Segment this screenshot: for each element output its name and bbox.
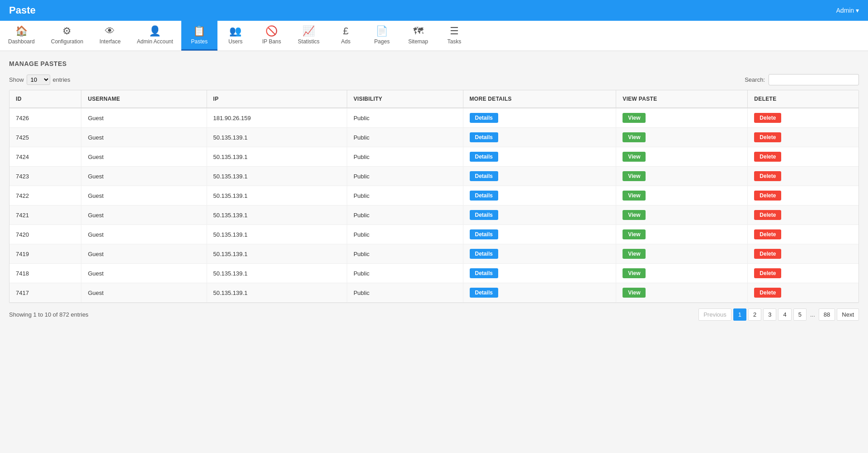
details-button[interactable]: Details — [470, 288, 498, 298]
nav-item-pages[interactable]: 📄Pages — [364, 21, 400, 51]
nav-item-interface[interactable]: 👁Interface — [91, 21, 129, 51]
nav-label-tasks: Tasks — [448, 38, 462, 45]
delete-button[interactable]: Delete — [754, 210, 781, 220]
view-button[interactable]: View — [623, 249, 646, 259]
table-row: 7419Guest50.135.139.1PublicDetailsViewDe… — [9, 244, 859, 264]
col-username: USERNAME — [81, 90, 207, 108]
cell-details: Details — [463, 167, 616, 186]
details-button[interactable]: Details — [470, 229, 498, 239]
delete-button[interactable]: Delete — [754, 132, 781, 142]
delete-button[interactable]: Delete — [754, 113, 781, 123]
cell-ip: 181.90.26.159 — [207, 108, 347, 128]
details-button[interactable]: Details — [470, 132, 498, 142]
cell-id: 7426 — [9, 108, 81, 128]
nav-label-ads: Ads — [341, 38, 351, 45]
view-button[interactable]: View — [623, 152, 646, 162]
nav-item-tasks[interactable]: ☰Tasks — [436, 21, 472, 51]
cell-visibility: Public — [347, 128, 463, 147]
delete-button[interactable]: Delete — [754, 171, 781, 181]
delete-button[interactable]: Delete — [754, 229, 781, 239]
nav-item-statistics[interactable]: 📈Statistics — [290, 21, 328, 51]
nav-icon-ads: £ — [343, 25, 349, 37]
view-button[interactable]: View — [623, 132, 646, 142]
cell-delete: Delete — [748, 205, 859, 225]
entries-label: entries — [53, 76, 71, 83]
pagination-previous[interactable]: Previous — [698, 308, 731, 321]
delete-button[interactable]: Delete — [754, 191, 781, 201]
nav-label-admin-account: Admin Account — [137, 38, 173, 45]
table-row: 7421Guest50.135.139.1PublicDetailsViewDe… — [9, 205, 859, 225]
cell-username: Guest — [81, 186, 207, 205]
nav-item-dashboard[interactable]: 🏠Dashboard — [0, 21, 43, 51]
view-button[interactable]: View — [623, 288, 646, 298]
cell-ip: 50.135.139.1 — [207, 244, 347, 264]
cell-username: Guest — [81, 244, 207, 264]
admin-menu[interactable]: Admin — [836, 7, 859, 14]
nav-label-dashboard: Dashboard — [8, 38, 35, 45]
pagination-page-1[interactable]: 1 — [733, 308, 746, 321]
entries-select[interactable]: 102550100 — [27, 75, 50, 85]
cell-ip: 50.135.139.1 — [207, 128, 347, 147]
view-button[interactable]: View — [623, 229, 646, 239]
search-input[interactable] — [769, 74, 859, 85]
pagination: Previous12345...88Next — [698, 308, 859, 321]
cell-details: Details — [463, 108, 616, 128]
cell-id: 7423 — [9, 167, 81, 186]
details-button[interactable]: Details — [470, 171, 498, 181]
cell-ip: 50.135.139.1 — [207, 264, 347, 283]
pagination-page-4[interactable]: 4 — [778, 308, 791, 321]
nav-icon-pages: 📄 — [376, 25, 388, 37]
show-label: Show — [9, 76, 24, 83]
delete-button[interactable]: Delete — [754, 249, 781, 259]
view-button[interactable]: View — [623, 268, 646, 278]
pagination-page-2[interactable]: 2 — [748, 308, 761, 321]
view-button[interactable]: View — [623, 191, 646, 201]
view-button[interactable]: View — [623, 210, 646, 220]
nav-item-admin-account[interactable]: 👤Admin Account — [129, 21, 181, 51]
details-button[interactable]: Details — [470, 152, 498, 162]
delete-button[interactable]: Delete — [754, 152, 781, 162]
search-box: Search: — [745, 74, 859, 85]
table-row: 7418Guest50.135.139.1PublicDetailsViewDe… — [9, 264, 859, 283]
cell-details: Details — [463, 205, 616, 225]
cell-details: Details — [463, 264, 616, 283]
cell-delete: Delete — [748, 108, 859, 128]
pagination-next[interactable]: Next — [837, 308, 859, 321]
nav-label-interface: Interface — [99, 38, 121, 45]
table-row: 7426Guest181.90.26.159PublicDetailsViewD… — [9, 108, 859, 128]
nav-icon-users: 👥 — [229, 25, 241, 37]
view-button[interactable]: View — [623, 171, 646, 181]
nav-icon-interface: 👁 — [105, 25, 115, 37]
cell-delete: Delete — [748, 225, 859, 244]
nav-item-ads[interactable]: £Ads — [328, 21, 364, 51]
pagination-page-5[interactable]: 5 — [793, 308, 807, 321]
pagination-last-page[interactable]: 88 — [819, 308, 835, 321]
nav-item-ip-bans[interactable]: 🚫IP Bans — [254, 21, 290, 51]
nav-item-configuration[interactable]: ⚙Configuration — [43, 21, 91, 51]
table-head: IDUSERNAMEIPVISIBILITYMORE DETAILSVIEW P… — [9, 90, 859, 108]
view-button[interactable]: View — [623, 113, 646, 123]
cell-view: View — [616, 283, 748, 303]
details-button[interactable]: Details — [470, 268, 498, 278]
delete-button[interactable]: Delete — [754, 268, 781, 278]
nav-label-sitemap: Sitemap — [408, 38, 428, 45]
delete-button[interactable]: Delete — [754, 288, 781, 298]
details-button[interactable]: Details — [470, 113, 498, 123]
nav-item-sitemap[interactable]: 🗺Sitemap — [400, 21, 436, 51]
nav-item-pastes[interactable]: 📋Pastes — [181, 21, 217, 51]
details-button[interactable]: Details — [470, 249, 498, 259]
nav-icon-configuration: ⚙ — [62, 25, 71, 37]
pagination-page-3[interactable]: 3 — [763, 308, 776, 321]
cell-details: Details — [463, 128, 616, 147]
cell-id: 7424 — [9, 147, 81, 167]
table-row: 7420Guest50.135.139.1PublicDetailsViewDe… — [9, 225, 859, 244]
cell-visibility: Public — [347, 205, 463, 225]
pastes-table-wrapper: IDUSERNAMEIPVISIBILITYMORE DETAILSVIEW P… — [9, 90, 859, 303]
show-entries-control: Show 102550100 entries — [9, 75, 71, 85]
details-button[interactable]: Details — [470, 210, 498, 220]
cell-view: View — [616, 205, 748, 225]
nav-item-users[interactable]: 👥Users — [217, 21, 254, 51]
table-row: 7424Guest50.135.139.1PublicDetailsViewDe… — [9, 147, 859, 167]
cell-ip: 50.135.139.1 — [207, 167, 347, 186]
details-button[interactable]: Details — [470, 191, 498, 201]
